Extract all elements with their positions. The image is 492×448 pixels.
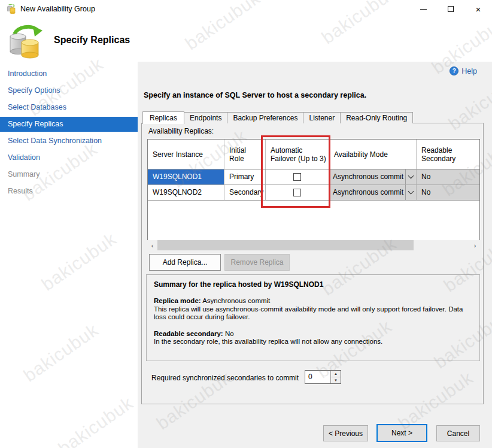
new-availability-group-window: New Availability Group × Specify R — [0, 0, 492, 448]
sidebar-item-validation[interactable]: Validation — [0, 149, 138, 166]
availability-replicas-label: Availability Replicas: — [148, 127, 214, 135]
minimize-button[interactable] — [409, 0, 437, 18]
grid-header-row: Server Instance Initial Role Automatic F… — [148, 140, 479, 169]
availability-mode-value: Asynchronous commit — [329, 169, 405, 184]
window-title: New Availability Group — [20, 5, 95, 13]
col-header-readable-secondary: Readable Secondary — [417, 140, 479, 169]
replica-mode-description: This replica will use asynchronous-commi… — [154, 305, 477, 322]
wizard-steps-sidebar: Introduction Specify Options Select Data… — [0, 62, 138, 448]
availability-mode-value: Asynchronous commit — [329, 185, 405, 200]
replicas-grid: Server Instance Initial Role Automatic F… — [147, 139, 480, 241]
summary-title: Summary for the replica hosted by W19SQL… — [154, 280, 472, 289]
table-row[interactable]: W19SQLNOD2 Secondary Asynchronous commit… — [148, 185, 479, 201]
readable-secondary-label: Readable secondary: — [154, 330, 223, 337]
sidebar-item-summary: Summary — [0, 166, 138, 183]
spinner-value[interactable]: 0 — [305, 371, 330, 383]
tab-backup-preferences[interactable]: Backup Preferences — [227, 112, 303, 123]
spinner-buttons: ▲ ▼ — [330, 371, 341, 383]
horizontal-scrollbar[interactable]: ‹ › — [147, 240, 480, 250]
sidebar-item-specify-options[interactable]: Specify Options — [0, 82, 138, 99]
help-icon: ? — [450, 66, 458, 75]
replicas-tab-panel: Availability Replicas: Server Instance I… — [141, 123, 484, 404]
sidebar-item-select-databases[interactable]: Select Databases — [0, 99, 138, 116]
auto-failover-checkbox[interactable] — [293, 173, 301, 181]
chevron-down-icon — [408, 189, 414, 195]
scroll-right-icon[interactable]: › — [470, 240, 480, 250]
cell-automatic-failover — [266, 185, 329, 200]
tab-listener[interactable]: Listener — [303, 112, 341, 123]
chevron-down-icon — [408, 173, 414, 179]
close-icon: × — [476, 4, 481, 14]
cell-server-instance[interactable]: W19SQLNOD2 — [148, 185, 224, 200]
readable-secondary-line: Readable secondary: No — [154, 330, 472, 338]
close-button[interactable]: × — [464, 0, 492, 18]
main-pane: ? Help Specify an instance of SQL Server… — [138, 62, 492, 448]
add-replica-button[interactable]: Add Replica... — [149, 254, 221, 271]
remove-replica-button: Remove Replica — [224, 254, 290, 271]
tab-replicas[interactable]: Replicas — [142, 111, 184, 124]
availability-mode-dropdown[interactable]: Asynchronous commit — [329, 185, 417, 200]
readable-secondary-description: In the secondary role, this availability… — [154, 338, 477, 346]
replica-mode-label: Replica mode: — [154, 297, 201, 304]
cancel-button[interactable]: Cancel — [436, 425, 480, 441]
cell-automatic-failover — [266, 169, 329, 184]
scrollbar-track[interactable] — [157, 240, 470, 250]
table-row[interactable]: W19SQLNOD1 Primary Asynchronous commit N… — [148, 169, 479, 185]
maximize-button[interactable] — [437, 0, 464, 18]
availability-mode-dropdown[interactable]: Asynchronous commit — [329, 169, 417, 184]
help-label: Help — [461, 67, 477, 75]
auto-failover-checkbox[interactable] — [293, 189, 301, 196]
replica-summary-panel: Summary for the replica hosted by W19SQL… — [146, 274, 480, 361]
scroll-left-icon[interactable]: ‹ — [147, 240, 157, 250]
sidebar-item-specify-replicas[interactable]: Specify Replicas — [0, 117, 138, 132]
readable-secondary-value: No — [225, 330, 234, 337]
minimize-icon — [420, 9, 427, 10]
replica-mode-line: Replica mode: Asynchronous commit — [154, 297, 472, 305]
cell-server-instance[interactable]: W19SQLNOD1 — [148, 169, 224, 184]
dropdown-button[interactable] — [405, 185, 416, 200]
required-secondaries-spinner[interactable]: 0 ▲ ▼ — [305, 370, 341, 384]
wizard-header: Specify Replicas — [0, 18, 492, 62]
scrollbar-thumb[interactable] — [157, 240, 414, 250]
cell-readable-secondary[interactable]: No — [417, 169, 479, 184]
title-bar: New Availability Group × — [0, 0, 492, 18]
instruction-text: Specify an instance of SQL Server to hos… — [144, 91, 366, 99]
cell-initial-role: Secondary — [224, 185, 266, 200]
cell-readable-secondary[interactable]: No — [417, 185, 479, 200]
replica-databases-icon — [7, 23, 44, 59]
col-header-availability-mode: Availability Mode — [329, 140, 417, 169]
database-copy-icon — [7, 4, 16, 14]
next-button[interactable]: Next > — [376, 424, 427, 442]
required-secondaries-label: Required synchronized secondaries to com… — [151, 374, 299, 382]
tab-read-only-routing[interactable]: Read-Only Routing — [340, 112, 413, 123]
col-header-server-instance: Server Instance — [148, 140, 224, 169]
tab-strip: Replicas Endpoints Backup Preferences Li… — [142, 111, 412, 123]
sidebar-item-results: Results — [0, 183, 138, 199]
col-header-initial-role: Initial Role — [224, 140, 266, 169]
sidebar-item-introduction[interactable]: Introduction — [0, 65, 138, 82]
dropdown-button[interactable] — [405, 169, 416, 184]
spin-up-icon[interactable]: ▲ — [331, 371, 341, 377]
spin-down-icon[interactable]: ▼ — [331, 377, 341, 383]
help-link[interactable]: ? Help — [450, 66, 477, 75]
sidebar-item-select-data-synchronization[interactable]: Select Data Synchronization — [0, 132, 138, 149]
maximize-icon — [448, 6, 454, 12]
col-header-automatic-failover: Automatic Failover (Up to 3) — [266, 140, 329, 169]
page-title: Specify Replicas — [54, 35, 130, 46]
tab-endpoints[interactable]: Endpoints — [184, 112, 227, 123]
previous-button[interactable]: < Previous — [323, 425, 368, 441]
replica-mode-value: Asynchronous commit — [202, 297, 270, 304]
cell-initial-role: Primary — [224, 169, 266, 184]
